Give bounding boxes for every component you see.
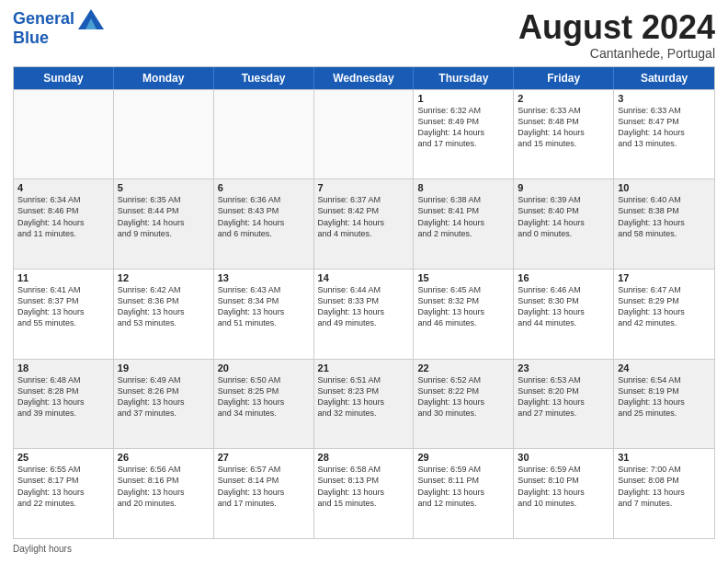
- cal-cell-1-1: 5Sunrise: 6:35 AM Sunset: 8:44 PM Daylig…: [114, 179, 214, 269]
- cal-cell-2-6: 17Sunrise: 6:47 AM Sunset: 8:29 PM Dayli…: [614, 270, 714, 359]
- day-number: 15: [417, 272, 509, 283]
- cal-cell-4-4: 29Sunrise: 6:59 AM Sunset: 8:11 PM Dayli…: [414, 449, 514, 538]
- footer: Daylight hours: [13, 544, 715, 554]
- cell-info: Sunrise: 6:44 AM Sunset: 8:33 PM Dayligh…: [318, 284, 410, 329]
- subtitle: Cantanhede, Portugal: [518, 46, 715, 61]
- calendar-body: 1Sunrise: 6:32 AM Sunset: 8:49 PM Daylig…: [14, 89, 714, 538]
- cal-cell-3-6: 24Sunrise: 6:54 AM Sunset: 8:19 PM Dayli…: [614, 360, 714, 449]
- cal-row-0: 1Sunrise: 6:32 AM Sunset: 8:49 PM Daylig…: [14, 89, 714, 179]
- day-number: 14: [318, 272, 410, 283]
- cal-row-1: 4Sunrise: 6:34 AM Sunset: 8:46 PM Daylig…: [14, 178, 714, 269]
- day-number: 10: [618, 182, 711, 193]
- cell-info: Sunrise: 6:59 AM Sunset: 8:11 PM Dayligh…: [417, 464, 509, 509]
- day-number: 7: [318, 182, 410, 193]
- day-number: 5: [118, 182, 210, 193]
- cal-cell-0-6: 3Sunrise: 6:33 AM Sunset: 8:47 PM Daylig…: [614, 90, 714, 179]
- calendar: Sunday Monday Tuesday Wednesday Thursday…: [13, 66, 715, 539]
- cal-cell-1-3: 7Sunrise: 6:37 AM Sunset: 8:42 PM Daylig…: [314, 179, 415, 269]
- cal-cell-4-3: 28Sunrise: 6:58 AM Sunset: 8:13 PM Dayli…: [314, 449, 415, 538]
- cal-cell-3-5: 23Sunrise: 6:53 AM Sunset: 8:20 PM Dayli…: [514, 360, 614, 449]
- cal-cell-3-2: 20Sunrise: 6:50 AM Sunset: 8:25 PM Dayli…: [214, 360, 314, 449]
- day-number: 6: [218, 182, 310, 193]
- day-number: 29: [417, 452, 509, 463]
- cell-info: Sunrise: 6:38 AM Sunset: 8:41 PM Dayligh…: [417, 194, 509, 239]
- cal-row-2: 11Sunrise: 6:41 AM Sunset: 8:37 PM Dayli…: [14, 269, 714, 359]
- cal-cell-1-2: 6Sunrise: 6:36 AM Sunset: 8:43 PM Daylig…: [214, 179, 314, 269]
- cell-info: Sunrise: 6:45 AM Sunset: 8:32 PM Dayligh…: [417, 284, 509, 329]
- cal-cell-1-5: 9Sunrise: 6:39 AM Sunset: 8:40 PM Daylig…: [514, 179, 614, 269]
- cell-info: Sunrise: 6:47 AM Sunset: 8:29 PM Dayligh…: [618, 284, 711, 329]
- day-number: 30: [518, 452, 609, 463]
- cell-info: Sunrise: 6:50 AM Sunset: 8:25 PM Dayligh…: [218, 374, 310, 419]
- header-tuesday: Tuesday: [214, 67, 314, 89]
- cal-cell-2-5: 16Sunrise: 6:46 AM Sunset: 8:30 PM Dayli…: [514, 270, 614, 359]
- logo: General Blue: [13, 9, 104, 48]
- day-number: 26: [118, 452, 210, 463]
- cell-info: Sunrise: 6:46 AM Sunset: 8:30 PM Dayligh…: [518, 284, 609, 329]
- cal-cell-4-2: 27Sunrise: 6:57 AM Sunset: 8:14 PM Dayli…: [214, 449, 314, 538]
- cell-info: Sunrise: 6:55 AM Sunset: 8:17 PM Dayligh…: [17, 464, 109, 509]
- header-friday: Friday: [514, 67, 614, 89]
- cal-cell-3-1: 19Sunrise: 6:49 AM Sunset: 8:26 PM Dayli…: [114, 360, 214, 449]
- day-number: 31: [618, 452, 711, 463]
- cal-cell-0-0: [14, 90, 114, 179]
- calendar-header: Sunday Monday Tuesday Wednesday Thursday…: [14, 67, 714, 89]
- cal-cell-3-4: 22Sunrise: 6:52 AM Sunset: 8:22 PM Dayli…: [414, 360, 514, 449]
- header-thursday: Thursday: [414, 67, 514, 89]
- cell-info: Sunrise: 6:33 AM Sunset: 8:47 PM Dayligh…: [618, 105, 711, 150]
- cal-cell-0-2: [214, 90, 314, 179]
- cell-info: Sunrise: 6:57 AM Sunset: 8:14 PM Dayligh…: [218, 464, 310, 509]
- header-wednesday: Wednesday: [314, 67, 415, 89]
- logo-blue: Blue: [13, 29, 104, 48]
- header-monday: Monday: [114, 67, 214, 89]
- cal-cell-2-4: 15Sunrise: 6:45 AM Sunset: 8:32 PM Dayli…: [414, 270, 514, 359]
- cal-cell-1-0: 4Sunrise: 6:34 AM Sunset: 8:46 PM Daylig…: [14, 179, 114, 269]
- cell-info: Sunrise: 6:54 AM Sunset: 8:19 PM Dayligh…: [618, 374, 711, 419]
- cal-cell-4-5: 30Sunrise: 6:59 AM Sunset: 8:10 PM Dayli…: [514, 449, 614, 538]
- title-area: August 2024 Cantanhede, Portugal: [518, 9, 715, 61]
- day-number: 19: [118, 362, 210, 373]
- logo-icon: [78, 9, 104, 29]
- cell-info: Sunrise: 6:40 AM Sunset: 8:38 PM Dayligh…: [618, 194, 711, 239]
- cal-row-3: 18Sunrise: 6:48 AM Sunset: 8:28 PM Dayli…: [14, 359, 714, 449]
- logo-text: General: [13, 10, 74, 29]
- cal-cell-0-3: [314, 90, 415, 179]
- daylight-label: Daylight hours: [13, 544, 72, 554]
- cell-info: Sunrise: 6:42 AM Sunset: 8:36 PM Dayligh…: [118, 284, 210, 329]
- day-number: 3: [618, 93, 711, 104]
- cell-info: Sunrise: 6:51 AM Sunset: 8:23 PM Dayligh…: [318, 374, 410, 419]
- page: General Blue August 2024 Cantanhede, Por…: [0, 0, 728, 563]
- month-title: August 2024: [518, 9, 715, 46]
- cell-info: Sunrise: 6:56 AM Sunset: 8:16 PM Dayligh…: [118, 464, 210, 509]
- day-number: 2: [518, 93, 609, 104]
- cal-cell-4-1: 26Sunrise: 6:56 AM Sunset: 8:16 PM Dayli…: [114, 449, 214, 538]
- cell-info: Sunrise: 6:34 AM Sunset: 8:46 PM Dayligh…: [17, 194, 109, 239]
- cal-cell-2-0: 11Sunrise: 6:41 AM Sunset: 8:37 PM Dayli…: [14, 270, 114, 359]
- day-number: 13: [218, 272, 310, 283]
- day-number: 17: [618, 272, 711, 283]
- day-number: 20: [218, 362, 310, 373]
- day-number: 24: [618, 362, 711, 373]
- cell-info: Sunrise: 6:33 AM Sunset: 8:48 PM Dayligh…: [518, 105, 609, 150]
- cell-info: Sunrise: 6:53 AM Sunset: 8:20 PM Dayligh…: [518, 374, 609, 419]
- cal-cell-2-3: 14Sunrise: 6:44 AM Sunset: 8:33 PM Dayli…: [314, 270, 415, 359]
- cal-cell-4-0: 25Sunrise: 6:55 AM Sunset: 8:17 PM Dayli…: [14, 449, 114, 538]
- header-saturday: Saturday: [614, 67, 714, 89]
- cal-cell-4-6: 31Sunrise: 7:00 AM Sunset: 8:08 PM Dayli…: [614, 449, 714, 538]
- day-number: 12: [118, 272, 210, 283]
- cell-info: Sunrise: 6:49 AM Sunset: 8:26 PM Dayligh…: [118, 374, 210, 419]
- day-number: 4: [17, 182, 109, 193]
- cell-info: Sunrise: 6:39 AM Sunset: 8:40 PM Dayligh…: [518, 194, 609, 239]
- cal-cell-2-2: 13Sunrise: 6:43 AM Sunset: 8:34 PM Dayli…: [214, 270, 314, 359]
- cell-info: Sunrise: 6:48 AM Sunset: 8:28 PM Dayligh…: [17, 374, 109, 419]
- header: General Blue August 2024 Cantanhede, Por…: [13, 9, 715, 61]
- day-number: 9: [518, 182, 609, 193]
- cell-info: Sunrise: 6:58 AM Sunset: 8:13 PM Dayligh…: [318, 464, 410, 509]
- header-sunday: Sunday: [14, 67, 114, 89]
- cell-info: Sunrise: 6:52 AM Sunset: 8:22 PM Dayligh…: [417, 374, 509, 419]
- day-number: 27: [218, 452, 310, 463]
- day-number: 11: [17, 272, 109, 283]
- cell-info: Sunrise: 6:59 AM Sunset: 8:10 PM Dayligh…: [518, 464, 609, 509]
- cal-cell-0-4: 1Sunrise: 6:32 AM Sunset: 8:49 PM Daylig…: [414, 90, 514, 179]
- cal-row-4: 25Sunrise: 6:55 AM Sunset: 8:17 PM Dayli…: [14, 448, 714, 538]
